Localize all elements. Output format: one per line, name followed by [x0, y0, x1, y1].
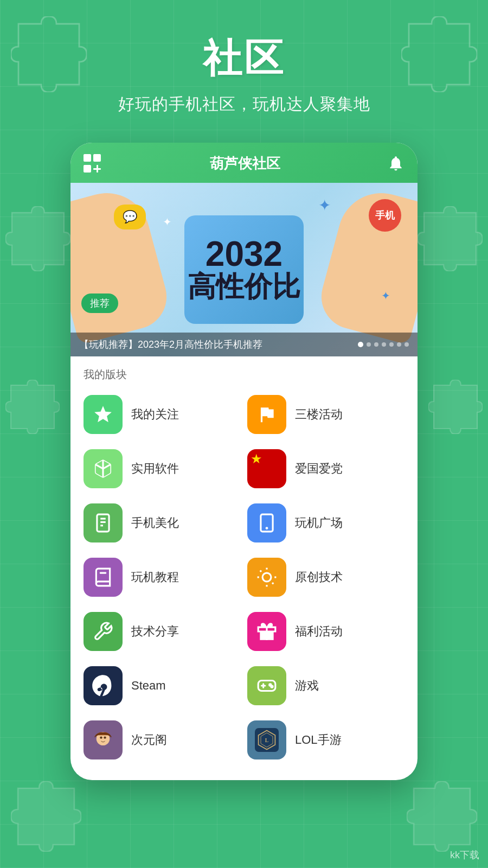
- block-steam[interactable]: Steam: [84, 662, 241, 710]
- follow-icon: [84, 395, 123, 434]
- activity-label: 三楼活动: [295, 406, 343, 423]
- app-title: 葫芦侠社区: [210, 154, 280, 173]
- svg-line-11: [260, 571, 261, 572]
- software-label: 实用软件: [131, 461, 179, 477]
- page-subtitle: 好玩的手机社区，玩机达人聚集地: [0, 93, 488, 116]
- banner-caption-text: 【玩机推荐】2023年2月高性价比手机推荐: [79, 338, 262, 351]
- block-tutorial[interactable]: 玩机教程: [84, 553, 241, 601]
- svg-point-20: [104, 736, 106, 738]
- beauty-label: 手机美化: [131, 515, 179, 531]
- dot-5: [389, 342, 394, 347]
- banner-section[interactable]: 2032 高性价比 💬 ✦ ✦ ✦ 手机 推荐: [70, 183, 418, 356]
- inner-phone-display: 2032 高性价比: [184, 215, 304, 324]
- bottom-padding: [70, 764, 418, 780]
- bell-icon[interactable]: [387, 155, 404, 172]
- block-original[interactable]: 原创技术: [247, 553, 404, 601]
- puzzle-background: 社区 好玩的手机社区，玩机达人聚集地 葫芦侠社区: [0, 0, 488, 868]
- grid-dot-2: [93, 154, 101, 162]
- games-icon: [247, 666, 286, 705]
- anime-icon: [84, 720, 123, 760]
- watermark: kk下载: [450, 848, 479, 861]
- dot-3: [374, 342, 378, 347]
- puzzle-piece-mid-left: [5, 206, 70, 271]
- anime-label: 次元阁: [131, 732, 167, 748]
- banner-recommend-badge: 推荐: [81, 293, 118, 313]
- section-title: 我的版块: [84, 367, 404, 382]
- block-anime[interactable]: 次元阁: [84, 716, 241, 764]
- dot-7: [404, 342, 409, 347]
- phone-mockup: 葫芦侠社区 2032 高性价比 💬: [70, 143, 418, 780]
- tech-icon: [84, 612, 123, 651]
- grid-plus-button[interactable]: [93, 165, 101, 173]
- block-lol[interactable]: L LOL手游: [247, 716, 404, 764]
- patriot-label: 爱国爱党: [295, 461, 343, 477]
- follow-label: 我的关注: [131, 406, 179, 423]
- grid-plus-icon[interactable]: [84, 154, 103, 173]
- grid-dot-3: [84, 165, 91, 173]
- blocks-grid: 我的关注 三楼活动 实用软件 ★: [84, 391, 404, 764]
- chat-bubble-decoration: 💬: [114, 205, 146, 229]
- dot-2: [367, 342, 371, 347]
- puzzle-piece-mid-left-2: [5, 380, 60, 434]
- svg-rect-7: [100, 572, 107, 574]
- sparkle-3: ✦: [381, 289, 390, 302]
- block-tech[interactable]: 技术分享: [84, 608, 241, 655]
- beauty-icon: [84, 503, 123, 542]
- original-label: 原创技术: [295, 569, 343, 585]
- plaza-label: 玩机广场: [295, 515, 343, 531]
- grid-dot-1: [84, 154, 91, 162]
- page-title-section: 社区 好玩的手机社区，玩机达人聚集地: [0, 0, 488, 121]
- steam-icon: [84, 666, 123, 705]
- sparkle-2: ✦: [163, 215, 172, 228]
- plaza-icon: [247, 503, 286, 542]
- banner-phone-badge: 手机: [369, 199, 401, 232]
- block-software[interactable]: 实用软件: [84, 445, 241, 493]
- banner-image: 2032 高性价比 💬 ✦ ✦ ✦ 手机 推荐: [70, 183, 418, 356]
- puzzle-piece-mid-right-2: [428, 380, 483, 434]
- activity-icon: [247, 395, 286, 434]
- steam-label: Steam: [131, 679, 166, 693]
- sparkle-1: ✦: [318, 196, 331, 214]
- svg-point-8: [262, 573, 271, 582]
- banner-dots: [358, 342, 409, 347]
- page-main-title: 社区: [0, 33, 488, 85]
- block-follow[interactable]: 我的关注: [84, 391, 241, 438]
- software-icon: [84, 449, 123, 488]
- original-icon: [247, 558, 286, 597]
- lol-icon: L: [247, 720, 286, 760]
- dot-4: [382, 342, 386, 347]
- banner-description: 高性价比: [188, 271, 300, 302]
- block-welfare[interactable]: 福利活动: [247, 608, 404, 655]
- app-header: 葫芦侠社区: [70, 143, 418, 183]
- tutorial-icon: [84, 558, 123, 597]
- svg-point-17: [271, 686, 273, 687]
- block-beauty[interactable]: 手机美化: [84, 499, 241, 547]
- dot-1: [358, 342, 363, 347]
- puzzle-piece-mid-right: [418, 206, 483, 271]
- dot-6: [397, 342, 401, 347]
- lol-label: LOL手游: [295, 732, 342, 748]
- svg-line-12: [272, 583, 273, 584]
- svg-point-19: [100, 736, 102, 738]
- games-label: 游戏: [295, 678, 319, 694]
- welfare-label: 福利活动: [295, 623, 343, 640]
- china-flag-icon: ★: [247, 449, 286, 488]
- block-activity[interactable]: 三楼活动: [247, 391, 404, 438]
- welfare-icon: [247, 612, 286, 651]
- block-plaza[interactable]: 玩机广场: [247, 499, 404, 547]
- block-patriot[interactable]: ★ 爱国爱党: [247, 445, 404, 493]
- puzzle-piece-bottom-left: [11, 781, 81, 852]
- svg-text:L: L: [265, 737, 269, 743]
- tech-label: 技术分享: [131, 623, 179, 640]
- banner-year: 2032: [188, 237, 300, 271]
- block-games[interactable]: 游戏: [247, 662, 404, 710]
- banner-caption: 【玩机推荐】2023年2月高性价比手机推荐: [70, 333, 418, 356]
- puzzle-piece-bottom-right: [407, 781, 477, 852]
- tutorial-label: 玩机教程: [131, 569, 179, 585]
- my-blocks-section: 我的版块 我的关注 三楼活动: [70, 356, 418, 764]
